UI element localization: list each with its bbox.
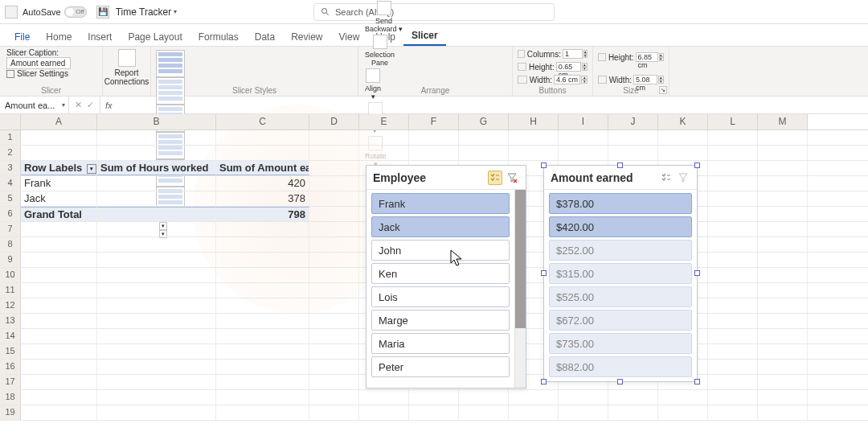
cell-C15[interactable] xyxy=(216,344,309,359)
cell-L1[interactable] xyxy=(708,130,758,145)
slicer-item[interactable]: $315.00 xyxy=(549,263,692,284)
cell-B12[interactable] xyxy=(97,298,216,313)
cell-L19[interactable] xyxy=(708,405,758,420)
slicer-item[interactable]: Ken xyxy=(371,263,510,284)
tab-view[interactable]: View xyxy=(331,28,368,46)
cell-L5[interactable] xyxy=(708,191,758,206)
cell-B11[interactable] xyxy=(97,283,216,298)
cell-A17[interactable] xyxy=(21,375,97,389)
cell-B9[interactable] xyxy=(97,253,216,267)
autosave-toggle[interactable]: Off xyxy=(64,6,87,18)
cell-D17[interactable] xyxy=(309,375,359,389)
tab-slicer[interactable]: Slicer xyxy=(403,27,446,46)
cell-C1[interactable] xyxy=(216,130,309,145)
cell-A4[interactable]: Frank xyxy=(21,176,97,191)
cell-D10[interactable] xyxy=(309,268,359,282)
cell-M4[interactable] xyxy=(758,176,808,191)
autosave-toggle-wrap[interactable]: AutoSave Off xyxy=(23,6,87,18)
cell-H1[interactable] xyxy=(509,130,559,145)
tab-page-layout[interactable]: Page Layout xyxy=(120,28,190,46)
row-header-5[interactable]: 5 xyxy=(0,191,21,206)
cell-B18[interactable] xyxy=(97,390,216,405)
btn-height-spinner[interactable]: ▴▾ xyxy=(582,63,588,71)
column-header-C[interactable]: C xyxy=(216,114,309,130)
cell-L16[interactable] xyxy=(708,360,758,374)
column-header-F[interactable]: F xyxy=(409,114,459,130)
slicer-item[interactable]: Jack xyxy=(371,216,510,237)
cell-M14[interactable] xyxy=(758,329,808,343)
slicer-item[interactable]: $378.00 xyxy=(549,193,692,214)
cell-A5[interactable]: Jack xyxy=(21,191,97,206)
cell-F1[interactable] xyxy=(409,130,459,145)
cell-M2[interactable] xyxy=(758,146,808,160)
cell-A16[interactable] xyxy=(21,360,97,374)
cell-L6[interactable] xyxy=(708,207,758,221)
cell-C17[interactable] xyxy=(216,375,309,389)
cell-B4[interactable] xyxy=(97,176,216,191)
row-header-15[interactable]: 15 xyxy=(0,344,21,359)
cell-C18[interactable] xyxy=(216,390,309,405)
row-header-9[interactable]: 9 xyxy=(0,253,21,267)
slicer-settings-button[interactable]: Slicer Settings xyxy=(5,69,97,78)
slicer-item[interactable]: $252.00 xyxy=(549,240,692,261)
cell-D3[interactable] xyxy=(309,161,359,175)
cell-C2[interactable] xyxy=(216,146,309,160)
multi-select-icon[interactable] xyxy=(659,171,674,185)
cell-B15[interactable] xyxy=(97,344,216,359)
cell-A11[interactable] xyxy=(21,283,97,298)
cell-B3[interactable]: Sum of Hours worked xyxy=(97,161,216,175)
clear-filter-icon[interactable] xyxy=(676,171,690,185)
cell-J2[interactable] xyxy=(608,146,658,160)
cell-C12[interactable] xyxy=(216,298,309,313)
cell-L2[interactable] xyxy=(708,146,758,160)
btn-height-input[interactable]: 0.65 cm xyxy=(556,62,581,72)
cell-M9[interactable] xyxy=(758,253,808,267)
row-header-17[interactable]: 17 xyxy=(0,375,21,389)
cell-D2[interactable] xyxy=(309,146,359,160)
cell-M10[interactable] xyxy=(758,268,808,282)
cell-M11[interactable] xyxy=(758,283,808,298)
cell-E19[interactable] xyxy=(359,405,409,420)
cell-M19[interactable] xyxy=(758,405,808,420)
cell-B19[interactable] xyxy=(97,405,216,420)
tab-review[interactable]: Review xyxy=(283,28,330,46)
cell-B14[interactable] xyxy=(97,329,216,343)
slicer-item[interactable]: $525.00 xyxy=(549,286,692,307)
cell-H2[interactable] xyxy=(509,146,559,160)
report-connections-button[interactable]: Report Connections xyxy=(103,47,151,96)
align-button[interactable]: Align▾ xyxy=(363,68,383,101)
row-header-3[interactable]: 3 xyxy=(0,161,21,175)
tab-data[interactable]: Data xyxy=(247,28,283,46)
cell-K19[interactable] xyxy=(658,405,708,420)
column-header-E[interactable]: E xyxy=(359,114,409,130)
btn-width-spinner[interactable]: ▴▾ xyxy=(581,76,588,84)
cell-K1[interactable] xyxy=(658,130,708,145)
size-width-input[interactable]: 5.08 cm xyxy=(633,75,657,84)
cell-A7[interactable] xyxy=(21,222,97,236)
slicer-item[interactable]: $882.00 xyxy=(549,356,692,377)
file-name[interactable]: Time Tracker xyxy=(116,6,172,18)
column-header-I[interactable]: I xyxy=(559,114,608,130)
cell-A8[interactable] xyxy=(21,237,97,252)
cell-B10[interactable] xyxy=(97,268,216,282)
cell-M16[interactable] xyxy=(758,360,808,374)
row-header-16[interactable]: 16 xyxy=(0,360,21,374)
row-header-8[interactable]: 8 xyxy=(0,237,21,252)
slicer-item[interactable]: Frank xyxy=(371,193,510,214)
cell-C19[interactable] xyxy=(216,405,309,420)
cell-F18[interactable] xyxy=(409,390,459,405)
row-header-4[interactable]: 4 xyxy=(0,176,21,191)
cell-M1[interactable] xyxy=(758,130,808,145)
row-header-10[interactable]: 10 xyxy=(0,268,21,282)
cell-A6[interactable]: Grand Total xyxy=(21,207,97,221)
cell-C16[interactable] xyxy=(216,360,309,374)
row-header-18[interactable]: 18 xyxy=(0,390,21,405)
cell-B16[interactable] xyxy=(97,360,216,374)
column-header-G[interactable]: G xyxy=(459,114,509,130)
btn-width-input[interactable]: 4.6 cm xyxy=(554,75,580,84)
cell-A15[interactable] xyxy=(21,344,97,359)
save-icon[interactable]: 💾 xyxy=(96,6,109,19)
size-dialog-launcher[interactable]: ↘ xyxy=(659,86,667,94)
slicer-style-1[interactable] xyxy=(156,50,185,77)
cell-K18[interactable] xyxy=(658,390,708,405)
